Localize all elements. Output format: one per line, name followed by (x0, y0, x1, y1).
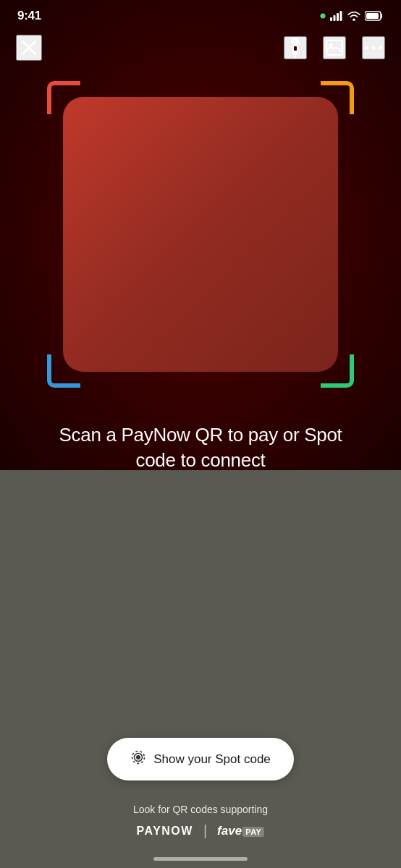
wifi-icon (347, 11, 360, 21)
svg-rect-4 (340, 11, 342, 21)
signal-bars-icon (330, 11, 343, 21)
corner-bottom-left (47, 354, 80, 388)
gallery-icon (326, 40, 343, 56)
corner-top-left (47, 81, 80, 114)
scan-instruction-text: Scan a PayNow QR to pay or Spot code to … (59, 424, 342, 471)
svg-point-16 (136, 755, 140, 760)
show-spot-code-button[interactable]: Show your Spot code (107, 738, 294, 780)
flashlight-button[interactable] (284, 36, 307, 59)
status-icons (320, 11, 384, 21)
top-bar (0, 27, 401, 68)
gallery-button[interactable] (323, 36, 346, 59)
paynow-logo: PAYNOW (137, 825, 193, 838)
close-button[interactable] (16, 35, 42, 61)
spot-code-label: Show your Spot code (153, 752, 271, 767)
status-time: 9:41 (17, 9, 41, 23)
home-indicator (153, 857, 248, 861)
scanner-box (63, 97, 338, 372)
corner-top-right (321, 81, 354, 114)
svg-point-13 (365, 46, 368, 50)
svg-rect-6 (366, 13, 379, 19)
svg-point-15 (379, 46, 383, 50)
scanner-container (48, 82, 353, 386)
close-icon (21, 40, 37, 56)
more-icon (365, 45, 382, 51)
corner-bottom-right (321, 354, 354, 388)
svg-rect-3 (337, 13, 339, 21)
signal-dot-icon (320, 13, 326, 19)
svg-point-14 (372, 46, 376, 50)
more-button[interactable] (362, 36, 385, 59)
svg-rect-1 (330, 17, 332, 21)
brand-divider: | (203, 822, 207, 839)
svg-rect-2 (334, 15, 336, 21)
status-bar: 9:41 (0, 0, 401, 27)
brands-section: Look for QR codes supporting PAYNOW | fa… (133, 804, 268, 839)
scan-instruction: Scan a PayNow QR to pay or Spot code to … (0, 422, 401, 473)
svg-point-0 (321, 14, 326, 19)
fave-logo: fave PAY (217, 824, 264, 838)
spot-code-icon (130, 749, 146, 769)
bottom-section: Show your Spot code Look for QR codes su… (0, 738, 401, 868)
battery-icon (365, 11, 384, 21)
svg-rect-10 (294, 46, 297, 51)
fave-pay-text: PAY (242, 827, 264, 837)
brands-label: Look for QR codes supporting (133, 804, 268, 815)
flashlight-icon (287, 38, 303, 58)
spot-icon-svg (130, 749, 146, 765)
brands-logos: PAYNOW | fave PAY (137, 822, 265, 839)
top-right-icons (284, 36, 385, 59)
fave-text: fave (217, 824, 242, 838)
